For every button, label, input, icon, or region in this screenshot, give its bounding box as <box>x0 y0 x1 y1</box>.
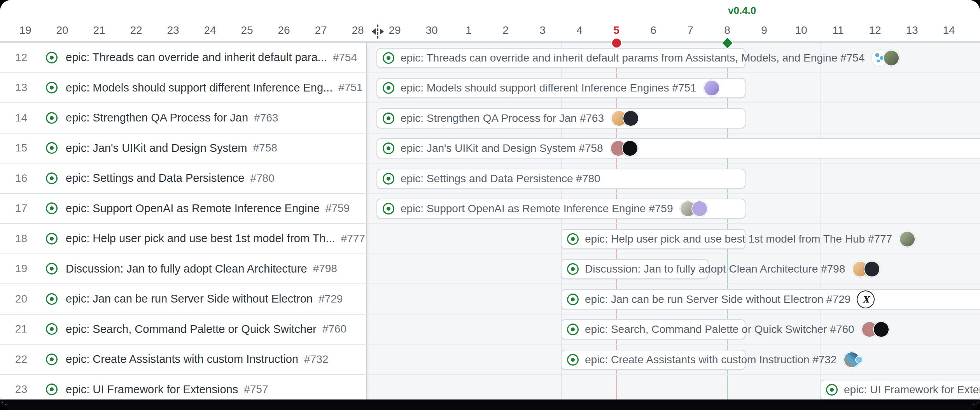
avatar-user-purple[interactable] <box>704 80 720 96</box>
bar-issue-title: epic: UI Framework for Extensions #757 <box>844 384 980 396</box>
day-label-26: 26 <box>265 24 303 37</box>
assignee-avatars <box>872 50 900 66</box>
table-row-issue-777[interactable]: 18epic: Help user pick and use best 1st … <box>0 224 367 254</box>
issue-number[interactable]: #754 <box>333 51 357 64</box>
assignee-avatars <box>861 321 889 338</box>
issue-number[interactable]: #763 <box>254 112 278 124</box>
roadmap-bar-issue-758[interactable]: epic: Jan's UIKit and Design System #758 <box>376 138 980 158</box>
issue-title[interactable]: epic: Create Assistants with custom Inst… <box>66 353 298 366</box>
roadmap-bar-issue-798[interactable]: Discussion: Jan to fully adopt Clean Arc… <box>561 259 709 279</box>
issue-number[interactable]: #758 <box>253 142 277 154</box>
open-issue-icon <box>46 52 58 63</box>
roadmap-bar-issue-732[interactable]: epic: Create Assistants with custom Inst… <box>561 350 746 370</box>
avatar-dark[interactable] <box>623 110 639 127</box>
row-number: 19 <box>0 262 27 275</box>
assignee-avatars <box>680 201 708 217</box>
day-label-21: 21 <box>80 24 118 37</box>
roadmap-bar-issue-729[interactable]: epic: Jan can be run Server Side without… <box>561 289 980 310</box>
row-number: 22 <box>0 353 27 366</box>
table-row-issue-759[interactable]: 17epic: Support OpenAI as Remote Inferen… <box>0 194 367 224</box>
avatar-dark[interactable] <box>864 261 880 277</box>
roadmap-bar-issue-751[interactable]: epic: Models should support different In… <box>376 78 746 98</box>
table-row-issue-758[interactable]: 15epic: Jan's UIKit and Design System#75… <box>0 134 367 164</box>
avatar-blue-mini[interactable] <box>855 356 863 364</box>
avatar-user-photo[interactable] <box>883 50 900 66</box>
roadmap-bar-issue-760[interactable]: epic: Search, Command Palette or Quick S… <box>561 319 746 340</box>
row-number: 13 <box>0 81 27 94</box>
row-number: 20 <box>0 293 27 305</box>
issue-title[interactable]: Discussion: Jan to fully adopt Clean Arc… <box>66 262 307 275</box>
row-number: 16 <box>0 172 27 185</box>
day-label-7: 7 <box>672 24 709 37</box>
avatar-lavender[interactable] <box>691 201 708 217</box>
roadmap-bar-issue-780[interactable]: epic: Settings and Data Persistence #780 <box>376 169 746 189</box>
table-row-issue-751[interactable]: 13epic: Models should support different … <box>0 73 367 104</box>
roadmap-bar-issue-777[interactable]: epic: Help user pick and use best 1st mo… <box>561 229 746 249</box>
open-issue-icon <box>383 82 394 94</box>
open-issue-icon <box>46 142 58 154</box>
issue-title[interactable]: epic: Strengthen QA Process for Jan <box>66 111 248 124</box>
table-row-issue-732[interactable]: 22epic: Create Assistants with custom In… <box>0 345 367 375</box>
table-row-issue-798[interactable]: 19Discussion: Jan to fully adopt Clean A… <box>0 254 367 285</box>
issue-number[interactable]: #780 <box>250 172 274 185</box>
avatar-black[interactable] <box>622 140 638 157</box>
issue-title[interactable]: epic: UI Framework for Extensions <box>66 383 238 396</box>
issue-number[interactable]: #759 <box>326 202 350 215</box>
day-label-22: 22 <box>117 24 155 37</box>
open-issue-icon <box>383 143 394 154</box>
issue-title[interactable]: epic: Settings and Data Persistence <box>66 172 244 185</box>
table-row-issue-729[interactable]: 20epic: Jan can be run Server Side witho… <box>0 284 367 315</box>
bar-issue-title: epic: Search, Command Palette or Quick S… <box>585 323 854 336</box>
issue-number[interactable]: #760 <box>322 323 346 335</box>
milestone-marker-diamond[interactable] <box>722 38 733 48</box>
issue-title[interactable]: epic: Jan's UIKit and Design System <box>66 142 247 155</box>
open-issue-icon <box>567 294 579 305</box>
avatar-x-logo[interactable]: X <box>858 291 874 308</box>
col-resize-cursor[interactable] <box>369 25 387 39</box>
open-issue-icon <box>46 172 58 184</box>
roadmap-content: epic: Threads can override and inherit d… <box>0 0 980 405</box>
bar-issue-title: epic: Help user pick and use best 1st mo… <box>585 233 892 245</box>
issue-title[interactable]: epic: Threads can override and inherit d… <box>66 51 327 64</box>
bar-issue-title: epic: Create Assistants with custom Inst… <box>585 354 836 366</box>
bar-issue-title: epic: Strengthen QA Process for Jan #763 <box>401 112 604 125</box>
row-number: 15 <box>0 142 27 154</box>
table-row-issue-780[interactable]: 16epic: Settings and Data Persistence#78… <box>0 164 367 194</box>
issue-title[interactable]: epic: Search, Command Palette or Quick S… <box>66 323 317 336</box>
roadmap-bar-issue-754[interactable]: epic: Threads can override and inherit d… <box>376 48 746 68</box>
day-label-23: 23 <box>154 24 192 37</box>
issue-number[interactable]: #757 <box>244 383 268 396</box>
table-row-issue-763[interactable]: 14epic: Strengthen QA Process for Jan#76… <box>0 103 367 134</box>
issue-number[interactable]: #798 <box>313 262 337 275</box>
issue-title[interactable]: epic: Models should support different In… <box>66 81 332 94</box>
bottom-scroll-bar[interactable] <box>0 399 980 405</box>
avatar-black[interactable] <box>873 321 889 338</box>
assignee-avatars <box>899 231 915 247</box>
issue-number[interactable]: #777 <box>341 232 365 245</box>
bar-issue-title: epic: Jan can be run Server Side without… <box>585 293 850 306</box>
issue-number[interactable]: #732 <box>304 353 328 366</box>
issue-title[interactable]: epic: Help user pick and use best 1st mo… <box>66 232 335 245</box>
row-number: 17 <box>0 202 27 215</box>
day-label-3: 3 <box>524 24 561 37</box>
roadmap-bar-issue-763[interactable]: epic: Strengthen QA Process for Jan #763 <box>376 108 746 128</box>
day-label-19: 19 <box>7 24 44 37</box>
table-row-issue-754[interactable]: 12epic: Threads can override and inherit… <box>0 43 367 73</box>
issue-number[interactable]: #751 <box>338 81 362 94</box>
issue-title[interactable]: epic: Support OpenAI as Remote Inference… <box>66 202 320 215</box>
open-issue-icon <box>383 113 394 124</box>
roadmap-bar-issue-757[interactable]: epic: UI Framework for Extensions #757 <box>820 380 980 400</box>
open-issue-icon <box>567 233 579 245</box>
open-issue-icon <box>567 324 579 335</box>
assignee-avatars <box>610 140 638 157</box>
bar-issue-title: Discussion: Jan to fully adopt Clean Arc… <box>585 263 845 275</box>
avatar-user-photo[interactable] <box>899 231 915 247</box>
open-issue-icon <box>383 203 394 215</box>
table-row-issue-760[interactable]: 21epic: Search, Command Palette or Quick… <box>0 315 367 345</box>
day-label-11: 11 <box>819 24 857 37</box>
issue-number[interactable]: #729 <box>318 293 343 305</box>
issue-title[interactable]: epic: Jan can be run Server Side without… <box>66 292 313 305</box>
day-label-14: 14 <box>930 24 968 37</box>
row-number: 14 <box>0 112 27 124</box>
roadmap-bar-issue-759[interactable]: epic: Support OpenAI as Remote Inference… <box>376 199 746 219</box>
